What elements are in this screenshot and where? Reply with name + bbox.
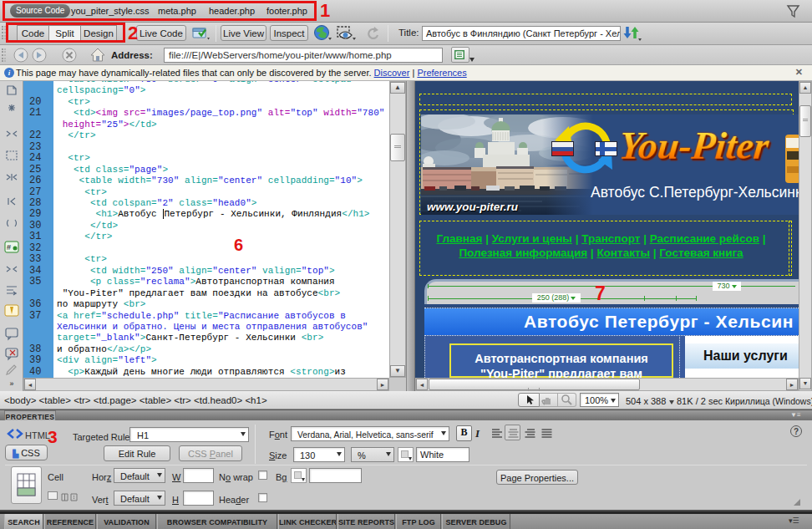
svg-text:#: # — [7, 243, 11, 252]
